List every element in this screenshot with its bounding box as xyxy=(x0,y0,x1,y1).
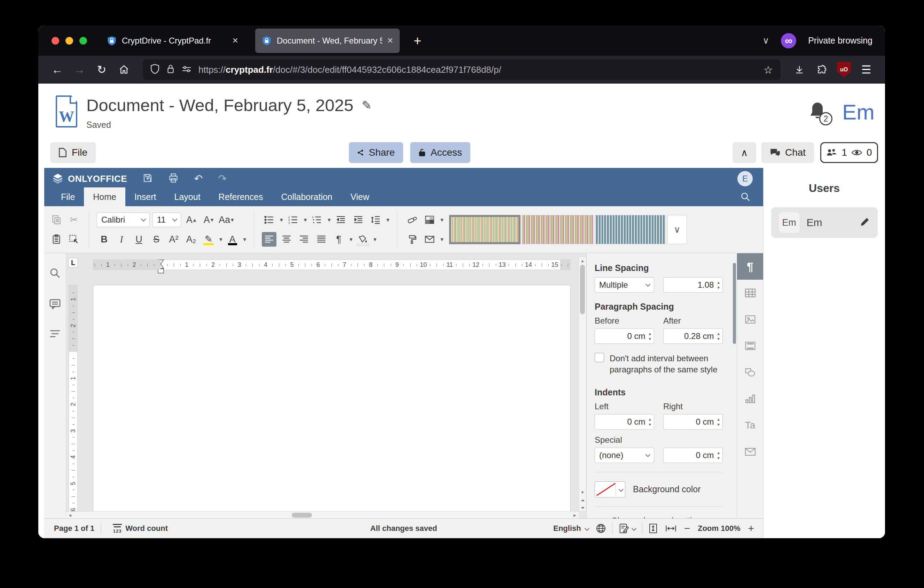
mail-merge-settings-tab-icon[interactable] xyxy=(737,439,763,465)
app-menu-button[interactable]: ☰ xyxy=(856,60,876,79)
menu-tab-layout[interactable]: Layout xyxy=(165,187,210,206)
increase-font-icon[interactable]: A▴ xyxy=(184,213,198,227)
spacing-before-spinner[interactable]: 0 cm▴▾ xyxy=(595,329,654,344)
list-tabs-chevron-icon[interactable]: ∨ xyxy=(762,35,769,46)
image-settings-tab-icon[interactable] xyxy=(737,306,763,333)
document-title[interactable]: Document - Wed, February 5, 2025 xyxy=(86,96,353,115)
line-spacing-dropdown-icon[interactable]: ▾ xyxy=(386,216,389,224)
home-button[interactable] xyxy=(114,60,134,79)
scroll-down-icon[interactable]: ▾ xyxy=(579,489,586,496)
mail-merge-dropdown-icon[interactable]: ▾ xyxy=(441,236,444,243)
menu-tab-file[interactable]: File xyxy=(52,187,84,206)
url-bar[interactable]: https://cryptpad.fr/doc/#/3/doc/edit/ff0… xyxy=(143,59,780,80)
fit-page-icon[interactable] xyxy=(648,523,658,533)
scroll-right-icon[interactable]: ▸ xyxy=(571,512,579,518)
minimize-window-button[interactable] xyxy=(66,37,73,45)
header-footer-settings-tab-icon[interactable] xyxy=(737,333,763,359)
line-spacing-icon[interactable] xyxy=(368,213,383,227)
textart-settings-tab-icon[interactable]: Ta xyxy=(737,412,763,439)
collapse-toolbar-chevron-icon[interactable]: ∧ xyxy=(733,142,756,163)
multilevel-list-icon[interactable]: 1 xyxy=(310,213,324,227)
new-tab-button[interactable]: + xyxy=(410,34,425,47)
highlight-dropdown-icon[interactable]: ▾ xyxy=(219,236,223,243)
permissions-sliders-icon[interactable] xyxy=(182,65,191,74)
word-count-button[interactable]: Word count xyxy=(125,524,168,533)
nonprinting-characters-icon[interactable]: ¶ xyxy=(332,232,346,247)
bullet-list-icon[interactable] xyxy=(262,213,276,227)
tab-cryptdrive[interactable]: CryptDrive - CryptPad.fr ✕ xyxy=(100,28,245,53)
bookmark-star-icon[interactable]: ☆ xyxy=(764,64,773,76)
style-preview[interactable] xyxy=(522,215,593,244)
ublock-origin-icon[interactable]: uO xyxy=(834,60,854,79)
line-spacing-select[interactable]: Multiple xyxy=(595,277,654,292)
paragraph-shading-icon[interactable] xyxy=(355,232,370,247)
strikethrough-icon[interactable]: S xyxy=(149,232,163,247)
vertical-scroll-thumb[interactable] xyxy=(580,265,585,314)
horizontal-ruler[interactable]: 21123456789101112131415 xyxy=(93,259,571,270)
tab-close-icon[interactable]: ✕ xyxy=(387,36,393,45)
paste-icon[interactable] xyxy=(49,232,64,247)
shape-settings-tab-icon[interactable] xyxy=(737,359,763,386)
extensions-puzzle-icon[interactable] xyxy=(812,60,832,79)
increase-indent-icon[interactable] xyxy=(351,213,366,227)
justify-icon[interactable] xyxy=(314,232,329,247)
panel-scrollbar-thumb[interactable] xyxy=(733,263,736,344)
change-case-icon[interactable]: Aa▾ xyxy=(219,213,234,227)
menu-tab-insert[interactable]: Insert xyxy=(125,187,165,206)
save-icon[interactable] xyxy=(142,173,153,185)
table-shading-icon[interactable] xyxy=(422,213,437,227)
user-list-item[interactable]: Em Em xyxy=(771,207,878,238)
back-button[interactable]: ← xyxy=(47,60,67,79)
copy-style-icon[interactable] xyxy=(405,232,419,247)
italic-icon[interactable]: I xyxy=(114,232,129,247)
line-spacing-amount-spinner[interactable]: 1.08▴▾ xyxy=(663,277,723,292)
underline-icon[interactable]: U xyxy=(132,232,146,247)
table-settings-tab-icon[interactable] xyxy=(737,280,763,306)
menu-tab-view[interactable]: View xyxy=(342,187,378,206)
fit-width-icon[interactable] xyxy=(665,524,676,533)
scroll-up-icon[interactable]: ▴ xyxy=(579,257,586,264)
indent-right-spinner[interactable]: 0 cm▴▾ xyxy=(663,414,723,429)
vertical-scrollbar[interactable]: ▴ ▾ ▴▴ ▾▾ xyxy=(579,257,586,511)
cut-icon[interactable]: ✂ xyxy=(66,213,81,227)
superscript-icon[interactable]: A² xyxy=(167,232,181,247)
redo-icon[interactable]: ↷ xyxy=(218,173,227,184)
numbered-list-dropdown-icon[interactable]: ▾ xyxy=(304,216,307,224)
notifications-bell-icon[interactable]: 2 xyxy=(807,101,828,123)
background-color-swatch[interactable] xyxy=(595,481,625,497)
url-text[interactable]: https://cryptpad.fr/doc/#/3/doc/edit/ff0… xyxy=(198,64,757,75)
copy-icon[interactable] xyxy=(49,213,64,227)
multilevel-list-dropdown-icon[interactable]: ▾ xyxy=(328,216,331,224)
highlight-color-icon[interactable]: ✎ xyxy=(201,232,216,247)
numbered-list-icon[interactable]: 123 xyxy=(286,213,300,227)
bullet-list-dropdown-icon[interactable]: ▾ xyxy=(280,216,283,224)
forward-button[interactable]: → xyxy=(69,60,89,79)
vertical-ruler[interactable]: 21123456 xyxy=(69,285,78,511)
language-select[interactable]: English xyxy=(553,523,606,533)
tab-close-icon[interactable]: ✕ xyxy=(232,36,239,45)
zoom-window-button[interactable] xyxy=(79,37,87,45)
bold-icon[interactable]: B xyxy=(97,232,111,247)
document-page[interactable] xyxy=(93,285,571,511)
menu-tab-home[interactable]: Home xyxy=(84,187,125,206)
style-preview-selected[interactable] xyxy=(449,215,520,244)
font-color-dropdown-icon[interactable]: ▾ xyxy=(243,236,246,243)
access-button[interactable]: Access xyxy=(410,142,470,163)
tab-stop-selector[interactable]: L xyxy=(68,258,78,268)
close-window-button[interactable] xyxy=(51,37,59,45)
menu-tab-references[interactable]: References xyxy=(210,187,272,206)
menu-tab-collaboration[interactable]: Collaboration xyxy=(272,187,341,206)
special-indent-select[interactable]: (none) xyxy=(595,448,654,463)
horizontal-scroll-thumb[interactable] xyxy=(292,513,312,518)
navigation-outline-icon[interactable] xyxy=(49,329,61,340)
select-all-icon[interactable] xyxy=(66,232,81,247)
share-button[interactable]: Share xyxy=(349,142,403,163)
table-shading-dropdown-icon[interactable]: ▾ xyxy=(441,216,444,224)
reload-button[interactable]: ↻ xyxy=(92,60,111,79)
align-right-icon[interactable] xyxy=(297,232,311,247)
lock-icon[interactable] xyxy=(167,64,175,75)
shading-dropdown-icon[interactable]: ▾ xyxy=(374,236,377,243)
document-workspace[interactable]: L 21123456789101112131415 21123456 ▴ ▾ ▴… xyxy=(66,253,586,518)
zoom-out-icon[interactable]: − xyxy=(684,522,690,534)
participants-indicator[interactable]: 1 0 xyxy=(820,142,878,163)
